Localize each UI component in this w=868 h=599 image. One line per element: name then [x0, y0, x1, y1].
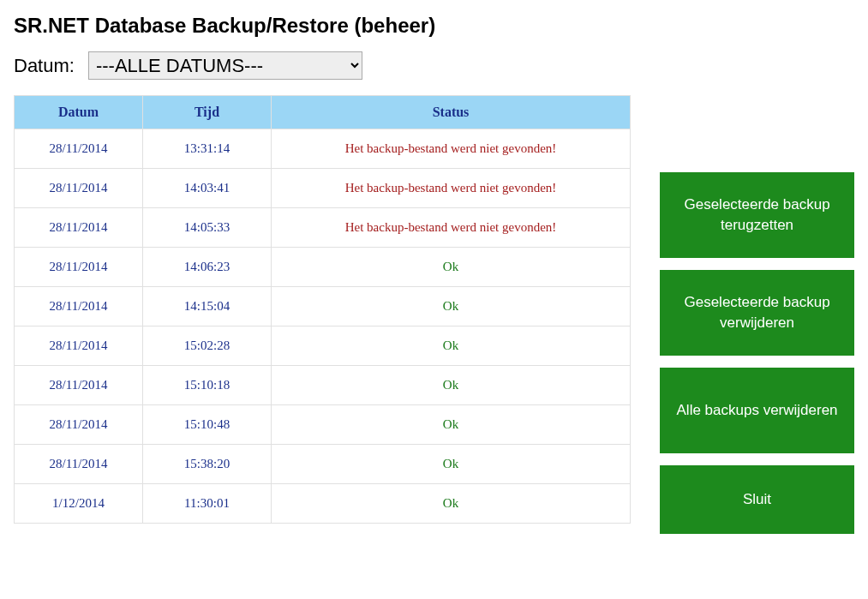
table-row[interactable]: 28/11/201415:38:20Ok: [15, 445, 631, 484]
table-row[interactable]: 28/11/201415:10:18Ok: [15, 366, 631, 405]
table-row[interactable]: 28/11/201414:05:33Het backup-bestand wer…: [15, 208, 631, 248]
cell-time: 14:15:04: [143, 287, 272, 326]
table-row[interactable]: 28/11/201414:15:04Ok: [15, 287, 631, 326]
close-button[interactable]: Sluit: [660, 465, 854, 534]
cell-date: 28/11/2014: [15, 169, 143, 208]
table-row[interactable]: 28/11/201413:31:14Het backup-bestand wer…: [15, 129, 631, 169]
delete-all-button[interactable]: Alle backups verwijderen: [660, 368, 854, 453]
cell-date: 28/11/2014: [15, 405, 143, 445]
col-header-date: Datum: [15, 96, 143, 129]
cell-status: Het backup-bestand werd niet gevonden!: [272, 129, 631, 169]
cell-time: 13:31:14: [143, 129, 272, 169]
delete-selected-button[interactable]: Geselecteerde backup verwijderen: [660, 270, 854, 356]
cell-time: 14:05:33: [143, 208, 272, 248]
table-row[interactable]: 28/11/201415:02:28Ok: [15, 326, 631, 366]
cell-status: Het backup-bestand werd niet gevonden!: [272, 208, 631, 248]
cell-date: 28/11/2014: [15, 208, 143, 248]
table-row[interactable]: 1/12/201411:30:01Ok: [15, 484, 631, 524]
cell-time: 11:30:01: [143, 484, 272, 524]
cell-status: Ok: [272, 445, 631, 484]
cell-status: Ok: [272, 405, 631, 445]
filter-row: Datum: ---ALLE DATUMS---: [14, 51, 854, 80]
restore-selected-button[interactable]: Geselecteerde backup terugzetten: [660, 172, 854, 258]
col-header-time: Tijd: [143, 96, 272, 129]
filter-label: Datum:: [14, 55, 75, 77]
cell-status: Ok: [272, 366, 631, 405]
action-button-column: Geselecteerde backup terugzetten Geselec…: [660, 95, 854, 534]
cell-time: 15:10:48: [143, 405, 272, 445]
cell-date: 28/11/2014: [15, 326, 143, 366]
col-header-status: Status: [272, 96, 631, 129]
cell-date: 28/11/2014: [15, 248, 143, 287]
table-row[interactable]: 28/11/201414:03:41Het backup-bestand wer…: [15, 169, 631, 208]
backup-table: Datum Tijd Status 28/11/201413:31:14Het …: [14, 95, 631, 524]
date-filter-select[interactable]: ---ALLE DATUMS---: [88, 51, 362, 80]
cell-date: 28/11/2014: [15, 129, 143, 169]
cell-status: Het backup-bestand werd niet gevonden!: [272, 169, 631, 208]
cell-date: 1/12/2014: [15, 484, 143, 524]
cell-time: 15:38:20: [143, 445, 272, 484]
cell-date: 28/11/2014: [15, 366, 143, 405]
table-row[interactable]: 28/11/201414:06:23Ok: [15, 248, 631, 287]
backup-table-scroll[interactable]: Datum Tijd Status 28/11/201413:31:14Het …: [14, 95, 639, 558]
cell-time: 14:03:41: [143, 169, 272, 208]
table-row[interactable]: 28/11/201415:10:48Ok: [15, 405, 631, 445]
cell-status: Ok: [272, 484, 631, 524]
cell-date: 28/11/2014: [15, 287, 143, 326]
page-title: SR.NET Database Backup/Restore (beheer): [14, 14, 854, 38]
cell-status: Ok: [272, 248, 631, 287]
cell-time: 15:10:18: [143, 366, 272, 405]
cell-time: 14:06:23: [143, 248, 272, 287]
cell-date: 28/11/2014: [15, 445, 143, 484]
cell-status: Ok: [272, 326, 631, 366]
cell-status: Ok: [272, 287, 631, 326]
cell-time: 15:02:28: [143, 326, 272, 366]
